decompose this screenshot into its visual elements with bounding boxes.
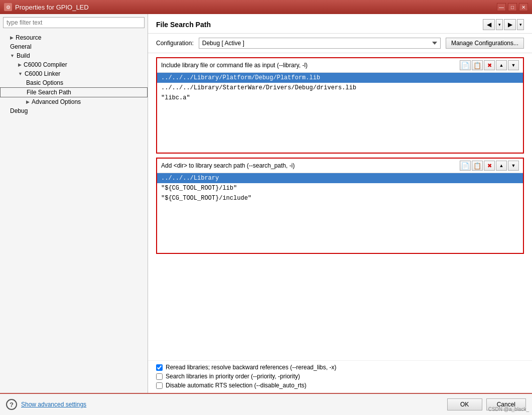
help-icon[interactable]: ? xyxy=(6,399,17,410)
checkbox-row-priority: Search libraries in priority order (--pr… xyxy=(156,373,524,380)
forward-button[interactable]: ▶ xyxy=(504,19,516,30)
ok-button[interactable]: OK xyxy=(447,398,482,410)
chevron-down-icon-build: ▼ xyxy=(10,53,15,58)
back-dropdown[interactable]: ▾ xyxy=(496,19,503,30)
panel1-item-1[interactable]: ../../../Library/StarterWare/Drivers/Deb… xyxy=(157,83,523,93)
sidebar-item-c6000-compiler[interactable]: ▶ C6000 Compiler xyxy=(0,60,148,69)
panel1-header: Include library file or command file as … xyxy=(157,58,523,72)
sidebar-item-basic-options-label: Basic Options xyxy=(26,79,63,86)
panel1-up-button[interactable]: ▲ xyxy=(496,60,507,70)
panel1-list: ../../../Library/Platform/Debug/Platform… xyxy=(157,72,523,153)
footer-left: ? Show advanced settings xyxy=(6,399,86,410)
sidebar-item-c6000-linker[interactable]: ▼ C6000 Linker xyxy=(0,69,148,78)
panel2-header: Add <dir> to library search path (--sear… xyxy=(157,159,523,173)
panel2-actions: 📄 📋 ✖ ▲ ▼ xyxy=(460,161,519,171)
panel2: Add <dir> to library search path (--sear… xyxy=(156,158,524,254)
chevron-right-icon-compiler: ▶ xyxy=(18,62,22,67)
checkbox-row-disable-rts: Disable automatic RTS selection (--disab… xyxy=(156,382,524,389)
checkbox-priority[interactable] xyxy=(156,373,163,380)
panel2-item-1[interactable]: "${CG_TOOL_ROOT}/lib" xyxy=(157,183,523,193)
sidebar-item-file-search-path[interactable]: File Search Path xyxy=(0,87,148,97)
add-icon2: 📋 xyxy=(473,162,481,170)
footer: ? Show advanced settings OK Cancel xyxy=(0,393,532,415)
panel1-add-button[interactable]: 📄 xyxy=(460,60,471,70)
down-icon: ▼ xyxy=(511,63,516,68)
sidebar-item-c6000-linker-label: C6000 Linker xyxy=(25,70,60,77)
panel2-item-2[interactable]: "${CG_TOOL_ROOT}/include" xyxy=(157,193,523,203)
show-advanced-link[interactable]: Show advanced settings xyxy=(21,401,86,408)
forward-dropdown[interactable]: ▾ xyxy=(517,19,524,30)
title-bar-controls: — □ ✕ xyxy=(497,3,528,11)
add-file-icon: 📄 xyxy=(461,62,469,69)
filter-input[interactable] xyxy=(3,17,145,28)
panel1-remove-button[interactable]: ✖ xyxy=(484,60,495,70)
remove-icon: ✖ xyxy=(487,62,492,69)
sidebar-item-resource[interactable]: ▶ Resource xyxy=(0,33,148,42)
back-button[interactable]: ◀ xyxy=(483,19,495,30)
panel2-add2-button[interactable]: 📋 xyxy=(472,161,483,171)
sidebar-item-build-label: Build xyxy=(17,52,30,59)
chevron-right-icon-adv: ▶ xyxy=(26,99,30,104)
sidebar-item-file-search-path-label: File Search Path xyxy=(27,89,71,96)
watermark: CSDN @a_black_ xyxy=(488,406,529,412)
panel1-item-0[interactable]: ../../../Library/Platform/Debug/Platform… xyxy=(157,73,523,83)
checkbox-disable-rts[interactable] xyxy=(156,382,163,389)
panel2-add-button[interactable]: 📄 xyxy=(460,161,471,171)
nav-buttons: ◀ ▾ ▶ ▾ xyxy=(483,19,524,30)
panel1-down-button[interactable]: ▼ xyxy=(508,60,519,70)
checkbox-row-reread: Reread libraries; resolve backward refer… xyxy=(156,364,524,371)
chevron-right-icon: ▶ xyxy=(10,35,14,40)
panel2-remove-button[interactable]: ✖ xyxy=(484,161,495,171)
tree-view: ▶ Resource General ▼ Build ▶ C6000 Compi… xyxy=(0,31,148,393)
checkboxes-area: Reread libraries; resolve backward refer… xyxy=(148,360,532,393)
sidebar-item-build[interactable]: ▼ Build xyxy=(0,51,148,60)
close-button[interactable]: ✕ xyxy=(519,3,528,11)
panel2-list: ../../../Library "${CG_TOOL_ROOT}/lib" "… xyxy=(157,173,523,253)
config-label: Configuration: xyxy=(156,40,194,47)
minimize-button[interactable]: — xyxy=(497,3,506,11)
panel2-up-button[interactable]: ▲ xyxy=(496,161,507,171)
down-icon2: ▼ xyxy=(511,163,516,168)
add-icon: 📋 xyxy=(473,62,481,69)
checkbox-reread-label: Reread libraries; resolve backward refer… xyxy=(166,364,336,371)
sidebar-item-basic-options[interactable]: Basic Options xyxy=(0,78,148,87)
panel1: Include library file or command file as … xyxy=(156,57,524,154)
main-layout: ▶ Resource General ▼ Build ▶ C6000 Compi… xyxy=(0,14,532,393)
panels-area: Include library file or command file as … xyxy=(148,53,532,360)
manage-configurations-button[interactable]: Manage Configurations... xyxy=(446,38,524,49)
add-file-icon2: 📄 xyxy=(461,162,469,170)
sidebar-item-debug-label: Debug xyxy=(10,107,28,114)
sidebar-item-general[interactable]: General xyxy=(0,42,148,51)
sidebar-item-advanced-options-label: Advanced Options xyxy=(32,98,81,105)
config-row: Configuration: Debug [ Active ] Manage C… xyxy=(148,34,532,53)
sidebar-item-debug[interactable]: Debug xyxy=(0,106,148,115)
up-icon2: ▲ xyxy=(499,163,504,168)
panel2-title: Add <dir> to library search path (--sear… xyxy=(161,162,295,169)
page-title: File Search Path xyxy=(156,21,211,29)
checkbox-reread[interactable] xyxy=(156,364,163,371)
config-select[interactable]: Debug [ Active ] xyxy=(199,38,441,49)
sidebar-item-general-label: General xyxy=(10,43,32,50)
sidebar-item-resource-label: Resource xyxy=(16,34,41,41)
content-area: File Search Path ◀ ▾ ▶ ▾ Configuration: xyxy=(148,14,532,393)
panel2-item-0[interactable]: ../../../Library xyxy=(157,173,523,183)
panel1-add2-button[interactable]: 📋 xyxy=(472,60,483,70)
maximize-button[interactable]: □ xyxy=(508,3,517,11)
checkbox-priority-label: Search libraries in priority order (--pr… xyxy=(166,373,300,380)
forward-icon: ▶ xyxy=(508,21,512,28)
sidebar-item-advanced-options[interactable]: ▶ Advanced Options xyxy=(0,97,148,106)
panel1-item-2[interactable]: "libc.a" xyxy=(157,93,523,103)
up-icon: ▲ xyxy=(499,63,504,68)
title-bar-left: ⚙ Properties for GPIO_LED xyxy=(4,3,89,11)
panel2-down-button[interactable]: ▼ xyxy=(508,161,519,171)
sidebar: ▶ Resource General ▼ Build ▶ C6000 Compi… xyxy=(0,14,148,393)
content-header: File Search Path ◀ ▾ ▶ ▾ xyxy=(148,14,532,34)
back-dropdown-icon: ▾ xyxy=(498,22,501,27)
chevron-down-icon-linker: ▼ xyxy=(18,71,23,76)
checkbox-disable-rts-label: Disable automatic RTS selection (--disab… xyxy=(166,382,307,389)
app-icon: ⚙ xyxy=(4,3,12,11)
title-bar: ⚙ Properties for GPIO_LED — □ ✕ xyxy=(0,0,532,14)
forward-dropdown-icon: ▾ xyxy=(519,22,522,27)
back-icon: ◀ xyxy=(487,21,491,28)
remove-icon2: ✖ xyxy=(487,163,492,169)
